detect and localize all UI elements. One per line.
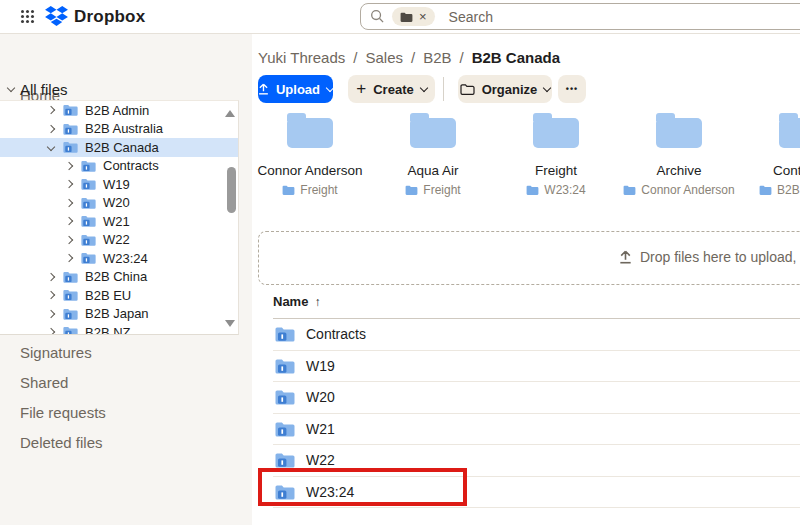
folder-icon (63, 289, 78, 301)
table-row-w22[interactable]: W22 (273, 445, 800, 477)
tree-item-w19[interactable]: W19 (0, 175, 238, 194)
dropbox-app: Dropbox × Search Home All files B2B Admi… (0, 0, 800, 525)
chevron-right-icon[interactable] (65, 236, 73, 244)
tree-item-w23-24[interactable]: W23:24 (0, 249, 238, 268)
chevron-down-icon (419, 83, 427, 91)
folder-icon (81, 252, 96, 264)
breadcrumb-separator: / (411, 49, 415, 66)
more-actions-button[interactable]: ••• (558, 75, 586, 103)
folder-icon (526, 185, 539, 195)
table-row-w20[interactable]: W20 (273, 382, 800, 414)
dropzone[interactable]: Drop files here to upload, or (258, 231, 800, 285)
main-content: Yuki Threads / Sales / B2B / B2B Canada … (252, 33, 800, 525)
tile-name: Connor Anderson (252, 163, 371, 178)
upload-button[interactable]: Upload (258, 75, 333, 103)
folder-icon (275, 421, 295, 437)
folder-icon (275, 358, 295, 374)
breadcrumb-b2b[interactable]: B2B (423, 49, 451, 66)
chip-remove-icon[interactable]: × (419, 10, 427, 23)
folder-icon (400, 12, 413, 22)
tree-item-label: W23:24 (103, 251, 148, 266)
tile-aqua-air[interactable]: Aqua Air Freight (372, 111, 494, 197)
tree-item-b2b-nz[interactable]: B2B NZ (0, 323, 238, 335)
table-row-w23-24[interactable]: W23:24 (273, 477, 800, 509)
chevron-down-icon (326, 83, 334, 91)
tree-item-b2b-china[interactable]: B2B China (0, 268, 238, 287)
chevron-right-icon[interactable] (47, 106, 55, 114)
tree-item-w22[interactable]: W22 (0, 231, 238, 250)
row-name: W19 (306, 358, 335, 374)
breadcrumb-yuki-threads[interactable]: Yuki Threads (258, 49, 345, 66)
chevron-right-icon[interactable] (65, 254, 73, 262)
tile-connor-anderson[interactable]: Connor Anderson Freight (252, 111, 371, 197)
tile-parent-label: B2B Canada (777, 183, 800, 197)
tree-item-w20[interactable]: W20 (0, 194, 238, 213)
chevron-right-icon[interactable] (65, 180, 73, 188)
chevron-right-icon[interactable] (65, 199, 73, 207)
chevron-down-icon[interactable] (7, 84, 15, 92)
tree-item-b2b-canada[interactable]: B2B Canada (0, 138, 238, 157)
organize-button[interactable]: Organize (458, 75, 552, 103)
folder-thumbnail (410, 118, 456, 148)
row-name: Contracts (306, 326, 366, 342)
file-table: Name ↑ Contracts W19 W20 W21 W22 W23:24 (273, 285, 800, 508)
breadcrumb: Yuki Threads / Sales / B2B / B2B Canada (258, 49, 560, 66)
folder-icon (275, 452, 295, 468)
sidebar-item-deleted-files[interactable]: Deleted files (20, 434, 103, 451)
folder-thumbnail (287, 118, 333, 148)
folder-icon (63, 123, 78, 135)
plus-icon: + (356, 80, 366, 97)
create-button[interactable]: + Create (348, 75, 435, 103)
tree-item-b2b-japan[interactable]: B2B Japan (0, 305, 238, 324)
dropbox-logo[interactable]: Dropbox (45, 6, 145, 27)
column-header-name[interactable]: Name ↑ (273, 285, 800, 319)
search-bar[interactable]: × Search (360, 3, 800, 30)
tile-parent-label: Freight (423, 183, 460, 197)
breadcrumb-sales[interactable]: Sales (365, 49, 403, 66)
chevron-right-icon[interactable] (47, 273, 55, 281)
scroll-down-icon[interactable] (225, 320, 235, 327)
tree-item-b2b-australia[interactable]: B2B Australia (0, 120, 238, 139)
tree-item-contracts[interactable]: Contracts (0, 157, 238, 176)
chevron-right-icon[interactable] (47, 310, 55, 318)
apps-grid-icon[interactable] (21, 10, 24, 13)
search-filter-chip[interactable]: × (392, 7, 435, 26)
folder-icon (81, 197, 96, 209)
chevron-down-icon (543, 83, 551, 91)
tile-parent: B2B Canada (741, 183, 800, 197)
tile-archive[interactable]: Archive Connor Anderson (618, 111, 740, 197)
table-row-contracts[interactable]: Contracts (273, 319, 800, 351)
breadcrumb-current: B2B Canada (472, 49, 560, 66)
tree-item-w21[interactable]: W21 (0, 212, 238, 231)
chevron-right-icon[interactable] (65, 217, 73, 225)
folder-icon (282, 185, 295, 195)
tree-item-label: B2B China (85, 269, 147, 284)
sidebar-item-signatures[interactable]: Signatures (20, 344, 92, 361)
tile-freight[interactable]: Freight W23:24 (495, 111, 617, 197)
chevron-right-icon[interactable] (47, 125, 55, 133)
create-label: Create (373, 82, 413, 97)
folder-tree: B2B Admin B2B Australia B2B Canada Contr… (0, 100, 239, 335)
scroll-up-icon[interactable] (225, 110, 235, 117)
tile-name: Freight (495, 163, 617, 178)
chevron-right-icon[interactable] (47, 328, 55, 335)
sidebar-item-file-requests[interactable]: File requests (20, 404, 106, 421)
tree-item-b2b-eu[interactable]: B2B EU (0, 286, 238, 305)
sidebar-item-shared[interactable]: Shared (20, 374, 68, 391)
tree-item-label: W21 (103, 214, 130, 229)
tree-item-label: B2B Admin (85, 103, 149, 118)
table-row-w21[interactable]: W21 (273, 414, 800, 446)
search-placeholder: Search (449, 9, 493, 25)
chevron-right-icon[interactable] (65, 162, 73, 170)
tile-parent-label: W23:24 (544, 183, 585, 197)
sidebar-item-all-files[interactable]: All files (20, 81, 68, 98)
tile-contracts[interactable]: Contracts B2B Canada (741, 111, 800, 197)
tree-item-b2b-admin[interactable]: B2B Admin (0, 101, 238, 120)
drop-hint: Drop files here to upload, or (619, 249, 800, 265)
row-name: W23:24 (306, 484, 354, 500)
upload-icon (258, 83, 269, 95)
chevron-right-icon[interactable] (47, 291, 55, 299)
chevron-down-icon[interactable] (47, 143, 55, 151)
scrollbar-thumb[interactable] (227, 167, 236, 213)
table-row-w19[interactable]: W19 (273, 351, 800, 383)
